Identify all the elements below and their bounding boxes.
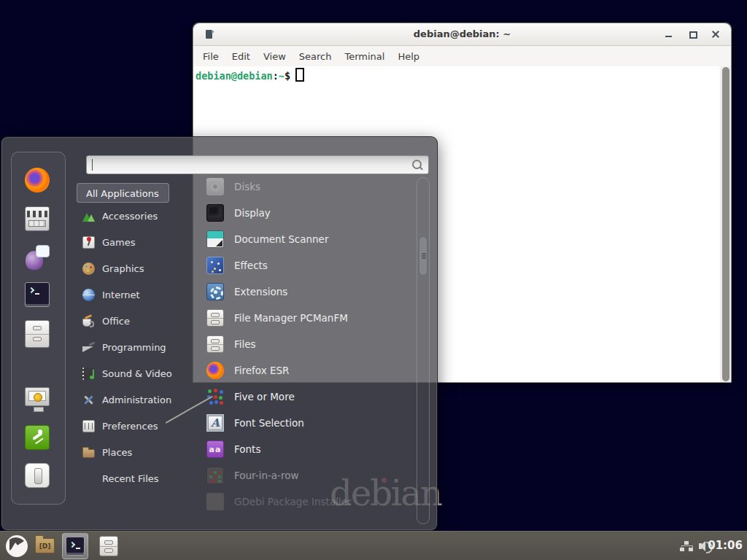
terminal-title: debian@debian: ~ (193, 23, 731, 45)
category-accessories[interactable]: Accessories (77, 203, 193, 229)
category-administration[interactable]: Administration (77, 386, 193, 413)
terminal-cursor (295, 68, 304, 82)
terminal-menubar: File Edit View Search Terminal Help (193, 46, 731, 66)
firefox-icon[interactable] (25, 168, 50, 192)
no-icon (82, 472, 95, 485)
app-item-files[interactable]: Files (194, 331, 411, 357)
terminal-scrollbar[interactable] (720, 66, 731, 382)
network-icon[interactable] (680, 541, 693, 552)
places-icon (82, 449, 95, 458)
terminal-task-button[interactable] (62, 533, 88, 559)
extensions-icon (206, 283, 224, 300)
four-grid-icon (206, 467, 224, 484)
power-switch-icon[interactable] (25, 463, 50, 488)
menu-edit[interactable]: Edit (225, 49, 257, 64)
administration-icon (82, 394, 95, 406)
clock[interactable]: 01:06 (708, 539, 743, 552)
scrollbar-grip (422, 253, 426, 254)
file-cabinet-icon[interactable] (25, 320, 50, 348)
category-internet[interactable]: Internet (77, 281, 193, 308)
prompt-path: ~ (279, 70, 285, 82)
keyboard-icon[interactable] (25, 206, 50, 231)
terminal-icon (66, 537, 85, 556)
close-button[interactable] (708, 23, 724, 45)
taskbar: [D] 01:06 (0, 531, 747, 560)
games-icon (82, 236, 95, 249)
app-item-fonts[interactable]: aa Fonts (194, 436, 411, 462)
menu-search-box[interactable] (86, 155, 429, 174)
category-places[interactable]: Places (77, 439, 193, 465)
menu-scrollbar-thumb[interactable] (419, 236, 427, 276)
maximize-button[interactable] (685, 23, 701, 45)
font-a-icon: A (206, 414, 224, 432)
effects-icon (206, 257, 224, 274)
search-caret (92, 159, 93, 171)
file-cabinet-icon (206, 335, 224, 353)
folder-badge: [D] (39, 542, 51, 550)
package-icon (206, 493, 224, 510)
category-sound-video[interactable]: Sound & Video (77, 360, 193, 386)
app-item-document-scanner[interactable]: Document Scanner (194, 226, 411, 252)
category-all-applications[interactable]: All Applications (77, 183, 169, 203)
menu-button[interactable] (5, 534, 28, 558)
file-manager-task-button[interactable] (99, 536, 118, 556)
menu-scrollbar[interactable] (417, 177, 430, 524)
app-item-extensions[interactable]: Extensions (194, 279, 411, 305)
applications-menu: All Applications Accessories Games Graph… (1, 136, 438, 531)
category-recent-files[interactable]: Recent Files (77, 465, 193, 491)
menu-file[interactable]: File (196, 49, 225, 64)
lock-screen-icon[interactable] (25, 387, 50, 406)
prompt-user-host: debian@debian (196, 70, 273, 82)
menu-help[interactable]: Help (391, 49, 426, 64)
category-programming[interactable]: Programming (77, 334, 193, 360)
internet-icon (82, 289, 95, 301)
shell-prompt: debian@debian:~$ (196, 68, 304, 83)
folder-button[interactable]: [D] (35, 538, 55, 553)
distro-logo-icon (5, 534, 28, 558)
app-item-effects[interactable]: Effects (194, 252, 411, 279)
search-icon (412, 160, 422, 169)
app-item-five-or-more[interactable]: Five or More (194, 384, 411, 410)
application-list: Disks Display Document Scanner Effects E… (194, 174, 411, 519)
terminal-titlebar[interactable]: debian@debian: ~ (193, 23, 731, 46)
document-scanner-icon (206, 230, 224, 248)
menu-search[interactable]: Search (293, 49, 338, 64)
app-item-font-selection[interactable]: A Font Selection (194, 410, 411, 436)
fonts-icon: aa (206, 440, 224, 458)
programming-icon (82, 341, 95, 354)
firefox-icon (206, 362, 224, 379)
category-graphics[interactable]: Graphics (77, 255, 193, 281)
disks-icon (206, 178, 224, 195)
log-out-icon[interactable] (25, 425, 50, 450)
app-item-display[interactable]: Display (194, 200, 411, 226)
accessories-icon (82, 210, 95, 222)
display-icon (206, 204, 224, 222)
app-item-disks[interactable]: Disks (194, 174, 411, 200)
file-cabinet-icon (206, 309, 224, 327)
app-item-gdebi-package-installer[interactable]: GDebi Package Installer (194, 489, 411, 515)
menu-terminal[interactable]: Terminal (338, 49, 391, 64)
terminal-scrollbar-thumb[interactable] (722, 67, 729, 381)
menu-search-input[interactable] (93, 158, 409, 172)
sound-video-icon (82, 368, 92, 380)
graphics-icon (82, 262, 95, 275)
minimize-button[interactable] (661, 23, 677, 45)
app-item-firefox-esr[interactable]: Firefox ESR (194, 357, 411, 384)
terminal-icon[interactable] (25, 282, 50, 307)
messenger-icon[interactable] (25, 245, 50, 270)
monitor-stand (34, 407, 44, 412)
menu-view[interactable]: View (257, 49, 293, 64)
category-office[interactable]: Office (77, 308, 193, 334)
category-games[interactable]: Games (77, 229, 193, 255)
preferences-icon (82, 420, 95, 432)
app-item-four-in-a-row[interactable]: Four-in-a-row (194, 462, 411, 489)
desktop: debian debian@debian: ~ File Edit View S… (0, 0, 747, 560)
office-icon (82, 319, 91, 327)
app-item-file-manager-pcmanfm[interactable]: File Manager PCManFM (194, 305, 411, 331)
